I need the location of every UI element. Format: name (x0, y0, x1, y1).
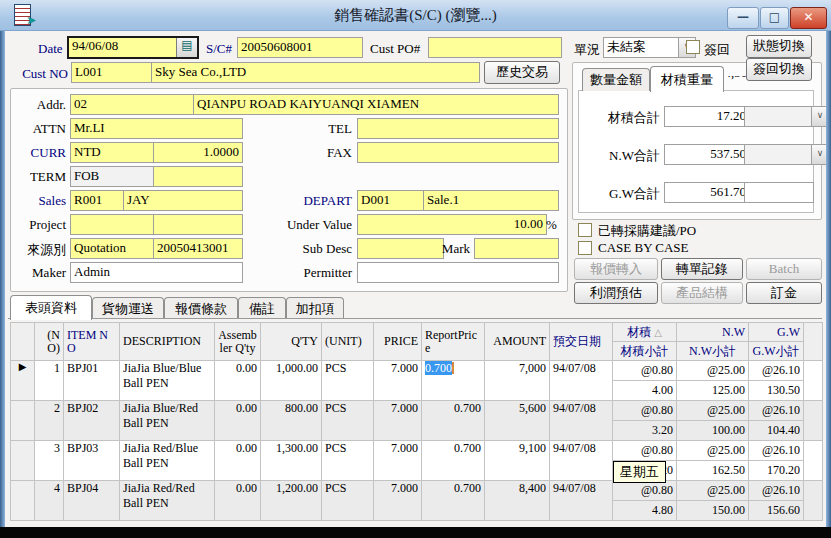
attn-label: ATTN (14, 121, 66, 137)
col-nw[interactable]: N.W (677, 323, 749, 342)
project-name-field[interactable] (153, 214, 243, 235)
gw-total-field[interactable]: 561.70 (664, 182, 750, 203)
calendar-button[interactable]: ▤ (176, 38, 197, 57)
state-switch-button[interactable]: 狀態切換 (746, 35, 812, 58)
sales-code-field[interactable]: R001 (70, 190, 128, 211)
profit-estimate-button[interactable]: 利潤預估 (574, 282, 658, 304)
volume-unit-select[interactable]: ∨ (744, 106, 829, 127)
exchange-rate-field[interactable]: 1.0000 (153, 142, 243, 163)
deposit-button[interactable]: 訂金 (746, 282, 822, 304)
sc-number-label: S/C# (206, 41, 232, 57)
col-unit[interactable]: (UNIT) (322, 323, 374, 361)
po-transferred-checkbox[interactable] (578, 223, 592, 237)
col-assembler-qty[interactable]: Assembler Q'ty (215, 323, 261, 361)
minimize-button[interactable]: — (727, 7, 759, 29)
signback-label: 簽回 (704, 41, 730, 59)
under-value-field[interactable]: 10.00 (357, 214, 547, 235)
under-value-label: Under Value (262, 217, 352, 233)
case-by-case-checkbox[interactable] (578, 241, 592, 255)
project-code-field[interactable] (70, 214, 158, 235)
attn-field[interactable]: Mr.LI (70, 118, 243, 139)
col-volume-sub[interactable]: 材積小計 (613, 342, 677, 361)
col-delivery-date[interactable]: 預交日期 (550, 323, 613, 361)
row-selector[interactable] (11, 441, 35, 481)
nw-total-field[interactable]: 537.50 (664, 144, 750, 165)
col-item-no[interactable]: ITEM NO (64, 323, 120, 361)
col-gw[interactable]: G.W (749, 323, 804, 342)
tab-remarks[interactable]: 備註 (238, 297, 286, 319)
sales-name-field[interactable]: JAY (123, 190, 243, 211)
table-row[interactable]: 3 BPJ03 JiaJia Red/Blue Ball PEN 0.00 1,… (11, 441, 823, 461)
col-qty[interactable]: Q'TY (261, 323, 322, 361)
minimize-icon: — (737, 10, 749, 24)
nw-unit-select[interactable]: ∨ (744, 144, 829, 165)
tab-adjustments[interactable]: 加扣項 (286, 297, 344, 319)
calendar-icon: ▤ (181, 38, 192, 52)
col-no[interactable]: (NO) (35, 323, 64, 361)
mark-field[interactable] (474, 238, 559, 259)
status-select[interactable]: 未結案 ∨ (603, 37, 696, 58)
addr-code-field[interactable]: 02 (70, 94, 196, 115)
po-transferred-label: 已轉採購建議/PO (598, 222, 696, 240)
project-label: Project (14, 217, 66, 233)
tab-quote-terms[interactable]: 報價條款 (164, 297, 238, 319)
tab-header-data[interactable]: 表頭資料 (10, 295, 92, 320)
signback-switch-button[interactable]: 簽回切換 (746, 58, 812, 81)
quote-import-button[interactable]: 報價轉入 (574, 258, 658, 280)
col-nw-sub[interactable]: N.W小計 (677, 342, 749, 361)
batch-button[interactable]: Batch (746, 258, 822, 280)
status-label: 單況 (574, 41, 600, 59)
row-selector[interactable] (11, 401, 35, 441)
history-button[interactable]: 歷史交易 (484, 61, 560, 84)
window-border-right (826, 0, 831, 538)
report-price-edit-cell[interactable]: 0.700 (422, 361, 485, 401)
case-by-case-label: CASE BY CASE (598, 240, 689, 256)
curr-label: CURR (14, 145, 66, 161)
mark-label: Mark (438, 241, 470, 257)
col-report-price[interactable]: ReportPrice (422, 323, 485, 361)
depart-name-field[interactable]: Sale.1 (423, 190, 559, 211)
tab-volume-weight[interactable]: 材積重量 (650, 66, 724, 92)
volume-total-field[interactable]: 17.20 (664, 106, 750, 127)
date-label: Date (38, 41, 63, 57)
items-table: (NO) ITEM NO DESCRIPTION Assembler Q'ty … (10, 322, 823, 521)
table-row[interactable]: ▶ 1 BPJ01 JiaJia Blue/Blue Ball PEN 0.00… (11, 361, 823, 381)
tel-label: TEL (290, 121, 352, 137)
close-button[interactable]: ✕ (790, 7, 827, 29)
depart-code-field[interactable]: D001 (357, 190, 428, 211)
title-bar[interactable]: ➤ 銷售確認書(S/C) (瀏覽...) — □ ✕ (0, 0, 831, 31)
tel-field[interactable] (357, 118, 559, 139)
col-volume[interactable]: 材積 △ (613, 323, 677, 342)
product-structure-button[interactable]: 產品結構 (661, 282, 743, 304)
table-row[interactable]: 2 BPJ02 JiaJia Blue/Red Ball PEN 0.00 80… (11, 401, 823, 421)
signback-checkbox[interactable] (686, 40, 700, 54)
col-description[interactable]: DESCRIPTION (120, 323, 215, 361)
fax-field[interactable] (357, 142, 559, 163)
gw-unit-field[interactable] (744, 182, 814, 203)
depart-label: DEPART (285, 193, 352, 209)
cust-code-field[interactable]: L001 (71, 62, 156, 83)
source-no-field[interactable]: 20050413001 (153, 238, 243, 259)
tab-quantity-amount[interactable]: 數量金額 (582, 68, 650, 91)
tab-shipping[interactable]: 貨物運送 (92, 297, 164, 319)
addr-text-field[interactable]: QIANPU ROAD KAIYUANQI XIAMEN (193, 94, 559, 115)
col-price[interactable]: PRICE (374, 323, 422, 361)
source-label: 來源別 (14, 241, 66, 259)
window-border-bottom (0, 527, 831, 538)
maker-field: Admin (70, 262, 243, 283)
row-arrow-icon: ▶ (19, 361, 27, 372)
maximize-button[interactable]: □ (760, 7, 789, 29)
cust-name-field[interactable]: Sky Sea Co.,LTD (151, 62, 480, 83)
date-field[interactable]: 94/06/08 ▤ (67, 36, 199, 59)
table-row[interactable]: 4 BPJ04 JiaJia Red/Red Ball PEN 0.00 1,2… (11, 481, 823, 501)
sub-desc-field[interactable] (357, 238, 444, 259)
col-gw-sub[interactable]: G.W小計 (749, 342, 804, 361)
row-selector[interactable] (11, 481, 35, 521)
cust-po-field[interactable] (428, 37, 562, 58)
row-selector[interactable]: ▶ (11, 361, 35, 401)
volume-total-label: 材積合計 (590, 109, 660, 127)
sc-number-field[interactable]: 20050608001 (237, 37, 363, 58)
col-amount[interactable]: AMOUNT (485, 323, 550, 361)
term-extra-field[interactable] (153, 166, 243, 187)
transfer-log-button[interactable]: 轉單記錄 (661, 258, 743, 280)
